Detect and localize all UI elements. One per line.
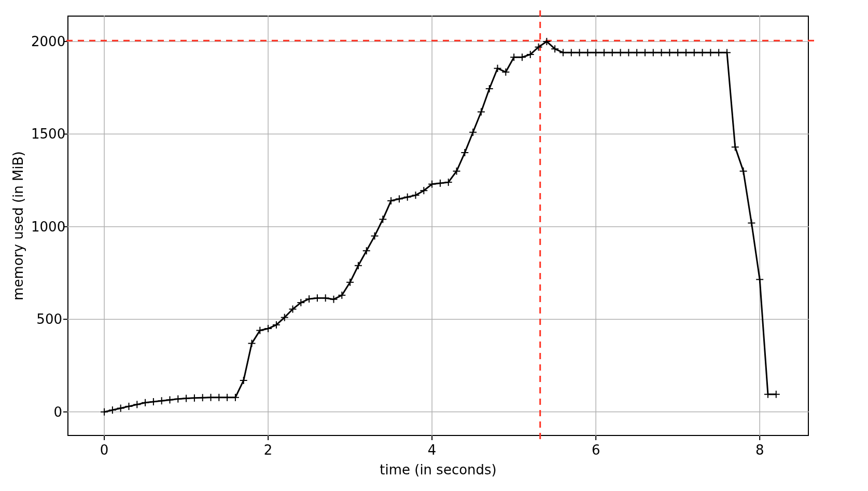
data-marker xyxy=(183,395,190,402)
data-marker xyxy=(674,49,681,56)
y-axis-label: memory used (in MiB) xyxy=(10,151,26,300)
data-marker xyxy=(707,49,714,56)
data-marker xyxy=(256,327,263,334)
data-marker xyxy=(609,49,616,56)
data-marker xyxy=(322,294,329,302)
data-marker xyxy=(166,396,174,403)
x-tick-label: 8 xyxy=(755,442,764,458)
y-tick-label: 0 xyxy=(31,404,62,420)
data-marker xyxy=(732,143,739,151)
data-marker xyxy=(379,216,386,223)
data-marker xyxy=(723,49,731,56)
data-marker xyxy=(346,279,354,286)
data-marker xyxy=(600,49,608,56)
data-marker xyxy=(248,340,256,347)
data-marker xyxy=(625,49,632,56)
data-marker xyxy=(641,49,649,56)
data-marker xyxy=(363,247,370,254)
data-marker xyxy=(748,220,755,227)
data-marker xyxy=(338,292,345,299)
data-marker xyxy=(240,377,247,384)
data-marker xyxy=(699,49,706,56)
y-tick-label: 1500 xyxy=(31,126,62,142)
data-marker xyxy=(478,108,485,116)
data-marker xyxy=(174,395,181,403)
data-marker xyxy=(232,394,239,401)
data-marker xyxy=(158,397,165,404)
data-marker xyxy=(150,398,157,405)
data-marker xyxy=(740,168,747,175)
data-marker xyxy=(650,49,657,56)
data-marker xyxy=(437,180,444,187)
x-tick-label: 0 xyxy=(100,442,109,458)
data-marker xyxy=(404,194,411,201)
data-marker xyxy=(133,401,141,408)
data-marker xyxy=(584,49,591,56)
data-marker xyxy=(215,394,222,401)
y-tick-label: 2000 xyxy=(31,34,62,49)
x-tick-label: 6 xyxy=(592,442,600,458)
data-marker xyxy=(568,49,575,56)
data-marker xyxy=(412,192,419,199)
data-marker xyxy=(576,49,583,56)
data-marker xyxy=(756,276,763,283)
data-marker xyxy=(691,49,698,56)
x-tick-label: 4 xyxy=(428,442,437,458)
data-marker xyxy=(658,49,665,56)
data-marker xyxy=(125,403,133,410)
x-axis-label: time (in seconds) xyxy=(380,462,497,478)
x-tick-label: 2 xyxy=(264,442,273,458)
data-marker xyxy=(264,325,272,332)
data-marker xyxy=(764,391,772,398)
y-tick-label: 1000 xyxy=(31,219,62,235)
data-marker xyxy=(715,49,722,56)
chart-plot-area xyxy=(0,0,868,491)
data-marker xyxy=(519,53,526,61)
data-marker xyxy=(773,391,780,398)
data-marker xyxy=(469,129,477,136)
data-marker xyxy=(330,296,338,303)
data-marker xyxy=(592,49,599,56)
data-marker xyxy=(559,49,567,56)
data-marker xyxy=(199,394,206,401)
data-marker xyxy=(207,394,215,401)
data-marker xyxy=(396,195,403,202)
data-marker xyxy=(117,404,124,412)
data-marker xyxy=(371,233,379,240)
data-marker xyxy=(633,49,640,56)
data-marker xyxy=(461,149,468,156)
data-marker xyxy=(387,197,395,204)
data-marker xyxy=(305,295,313,303)
data-marker xyxy=(223,394,231,401)
data-marker xyxy=(142,399,149,406)
data-marker xyxy=(494,65,501,72)
data-marker xyxy=(502,69,509,76)
data-marker xyxy=(510,53,517,61)
data-marker xyxy=(486,85,493,92)
data-marker xyxy=(191,394,198,402)
figure: 024680500100015002000 time (in seconds) … xyxy=(0,0,868,491)
y-tick-label: 500 xyxy=(31,311,62,327)
data-marker xyxy=(666,49,673,56)
data-marker xyxy=(109,406,116,414)
data-marker xyxy=(101,408,108,416)
data-marker xyxy=(314,294,321,302)
data-marker xyxy=(355,262,362,269)
data-marker xyxy=(617,49,624,56)
data-marker xyxy=(682,49,690,56)
